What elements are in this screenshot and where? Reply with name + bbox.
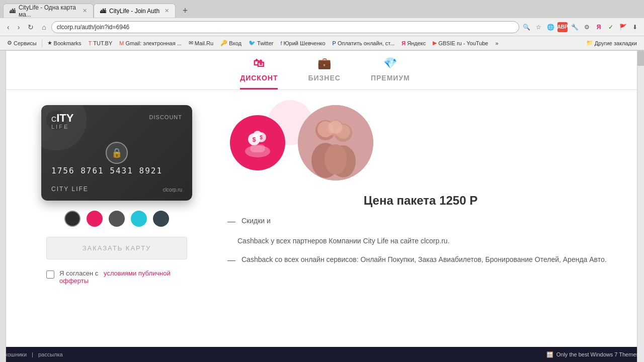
- tab-business-label: БИЗНЕС: [308, 74, 340, 82]
- bookmark-gmail-label: Gmail: электронная ...: [125, 40, 181, 46]
- tab-premium-label: ПРЕМИУМ: [371, 74, 410, 82]
- facebook-icon: f: [280, 40, 282, 46]
- plugin-icon2[interactable]: ⚙: [582, 22, 592, 32]
- tab2-favicon: 🏙: [100, 8, 106, 15]
- page-content: 🛍 ДИСКОНТ 💼 БИЗНЕС 💎 ПРЕМИУМ DISCOUNT CI…: [0, 51, 644, 362]
- reload-button[interactable]: ↻: [25, 22, 37, 32]
- svg-text:$: $: [260, 135, 263, 140]
- windows-logo: 🪟: [546, 351, 553, 358]
- svg-point-13: [325, 144, 347, 174]
- swatch-teal[interactable]: [131, 211, 147, 227]
- flag-icon[interactable]: 🚩: [618, 22, 628, 32]
- benefit-1: — Скидки и: [227, 216, 614, 228]
- tab-1[interactable]: 🏙 CityLife - Одна карта ма... ✕: [3, 4, 94, 18]
- benefit-2-text: Cashback у всех партнеров Компании City …: [237, 236, 614, 246]
- bookmark-more[interactable]: »: [492, 39, 501, 47]
- card-bottom: CITY LIFE clcorp.ru: [51, 186, 182, 193]
- tab-bar: 🏙 CityLife - Одна карта ма... ✕ 🏙 CityLi…: [0, 0, 644, 18]
- benefit-1-text: Скидки и: [242, 216, 614, 226]
- nav-bar: ‹ › ↻ ⌂ 🔍 ☆ 🌐 ABP 🔧 ⚙ Я ✓ 🚩 ⬇: [0, 18, 644, 36]
- bookmark-youtube[interactable]: ▶ GBSIE ru - YouTube: [430, 39, 491, 47]
- yandex-icon[interactable]: Я: [594, 22, 604, 32]
- agree-text-wrap: Я согласен с условиями публичной офферты: [59, 269, 187, 285]
- swatch-dark[interactable]: [64, 211, 80, 227]
- taskbar-item-2: рассылка: [38, 351, 63, 357]
- youtube-icon: ▶: [433, 40, 437, 46]
- benefit-3: — Cashback со всех онлайн сервисов: Онла…: [227, 254, 614, 266]
- taskbar: кошники | рассылка 🪟 Only the best Windo…: [0, 347, 644, 362]
- bookmark-mailru[interactable]: ✉ Mail.Ru: [186, 39, 216, 47]
- more-bookmarks-icon: »: [495, 40, 498, 46]
- card-chip: 🔒: [106, 142, 128, 164]
- cashback-icon-wrap: $ $: [227, 113, 288, 173]
- bookmark-oplatit[interactable]: P Оплатить онлайн, ст...: [330, 39, 398, 47]
- nav-icons: 🔍 ☆ 🌐 ABP 🔧 ⚙ Я ✓ 🚩 ⬇: [521, 22, 640, 32]
- bookmark-yandex-label: Яндекс: [407, 40, 426, 46]
- star-icon[interactable]: ☆: [533, 22, 543, 32]
- price-text: Цена пакета 1250 Р: [364, 194, 477, 207]
- bookmark-separator-1: [42, 39, 42, 47]
- new-tab-button[interactable]: +: [178, 4, 193, 18]
- credit-card: DISCOUNT CITY LIFE 🔒 1756 8761 5431 8921…: [41, 105, 192, 201]
- bookmark-gmail[interactable]: M Gmail: электронная ...: [116, 39, 185, 47]
- bookmark-yuri[interactable]: f Юрий Шевченко: [277, 39, 328, 47]
- address-bar[interactable]: [51, 21, 519, 33]
- premium-icon: 💎: [383, 57, 397, 70]
- bookmark-bookmarks-label: Bookmarks: [54, 40, 82, 46]
- tab2-close[interactable]: ✕: [165, 8, 169, 14]
- tab-business[interactable]: 💼 БИЗНЕС: [308, 57, 340, 89]
- bookmark-tutby-label: TUT.BY: [93, 40, 112, 46]
- taskbar-right-text: Only the best Windows 7 Themes: [556, 351, 639, 357]
- swatch-gray[interactable]: [109, 211, 125, 227]
- adblock-icon[interactable]: ABP: [557, 22, 568, 32]
- bookmark-youtube-label: GBSIE ru - YouTube: [438, 40, 488, 46]
- tutby-icon: T: [89, 40, 92, 46]
- search-icon[interactable]: 🔍: [521, 22, 531, 32]
- people-photo-svg: [298, 105, 373, 180]
- tab-2[interactable]: 🏙 CityLife - Join Auth ✕: [94, 4, 176, 18]
- right-section: $ $: [227, 105, 614, 285]
- gmail-icon: M: [119, 40, 124, 46]
- apps-icon: ⚙: [7, 40, 12, 46]
- bookmark-twitter[interactable]: 🐦 Twitter: [246, 39, 276, 47]
- bookmark-yandex[interactable]: Я Яндекс: [398, 39, 429, 47]
- agree-checkbox[interactable]: [46, 270, 54, 279]
- bookmark-vhod-label: Вход: [229, 40, 242, 46]
- tab-premium[interactable]: 💎 ПРЕМИУМ: [371, 57, 410, 89]
- back-button[interactable]: ‹: [4, 22, 13, 32]
- bookmark-bookmarks[interactable]: ★ Bookmarks: [44, 39, 85, 47]
- tab2-title: CityLife - Join Auth: [109, 8, 159, 15]
- paypal-icon: P: [333, 40, 336, 46]
- taskbar-left: кошники | рассылка: [5, 351, 63, 357]
- svg-text:$: $: [253, 136, 256, 143]
- agree-text: Я согласен с: [59, 269, 98, 277]
- tab-discount[interactable]: 🛍 ДИСКОНТ: [240, 57, 278, 89]
- download-icon[interactable]: ⬇: [630, 22, 640, 32]
- scrollbar-left[interactable]: [0, 51, 6, 362]
- scrollbar-thumb[interactable]: [637, 51, 644, 66]
- benefit-2: Cashback у всех партнеров Компании City …: [237, 236, 614, 246]
- bookmark-vhod[interactable]: 🔑 Вход: [217, 39, 245, 47]
- forward-button[interactable]: ›: [15, 22, 23, 32]
- tab1-close[interactable]: ✕: [83, 8, 87, 14]
- svg-point-16: [329, 121, 342, 134]
- hand-coins-svg: $ $: [240, 125, 275, 160]
- lock-icon: 🔒: [111, 147, 122, 158]
- benefit-1-dash: —: [227, 216, 235, 228]
- plugin-icon1[interactable]: 🔧: [570, 22, 580, 32]
- browser-chrome: 🏙 CityLife - Одна карта ма... ✕ 🏙 CityLi…: [0, 0, 644, 51]
- coin-circle: $ $: [230, 115, 285, 170]
- swatch-darkblue[interactable]: [153, 211, 169, 227]
- home-button[interactable]: ⌂: [39, 22, 49, 32]
- card-site: clcorp.ru: [163, 187, 182, 193]
- bookmark-tutby[interactable]: T TUT.BY: [86, 39, 116, 47]
- twitter-icon: 🐦: [249, 40, 256, 46]
- globe-icon[interactable]: 🌐: [545, 22, 555, 32]
- bookmark-servisy[interactable]: ⚙ Сервисы: [4, 39, 40, 47]
- scrollbar-right[interactable]: [637, 51, 644, 362]
- swatch-pink[interactable]: [87, 211, 103, 227]
- bookmark-other[interactable]: 📁 Другие закладки: [583, 39, 640, 47]
- benefit-3-dash: —: [227, 254, 235, 266]
- order-button[interactable]: ЗАКАЗАТЬ КАРТУ: [46, 237, 187, 259]
- checkmark-icon[interactable]: ✓: [606, 22, 616, 32]
